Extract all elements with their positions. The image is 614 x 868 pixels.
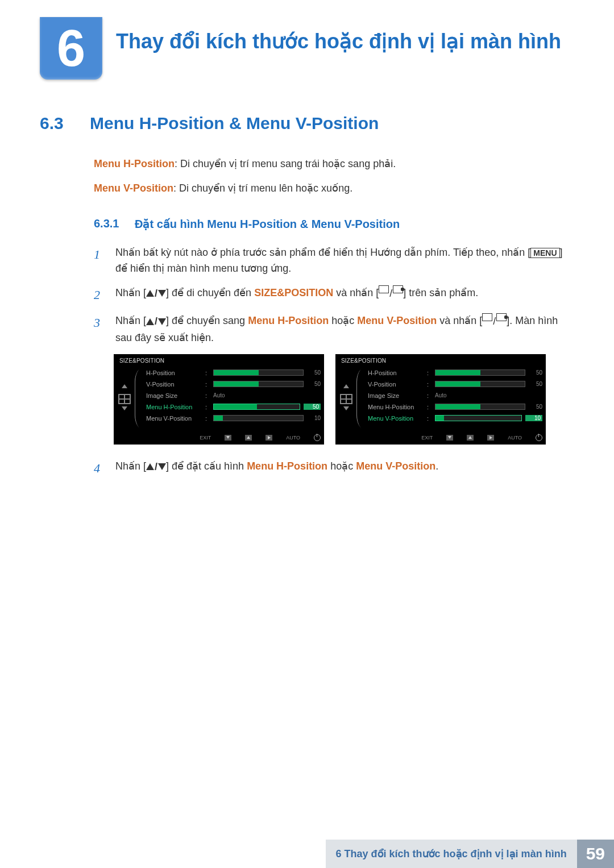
power-icon [536, 434, 542, 441]
arrow-up-icon [122, 384, 127, 388]
osd-item-menu-vposition: Menu V-Position: 10 [146, 413, 321, 424]
osd-value: 10 [525, 415, 542, 421]
osd-nav-bar: EXIT AUTO [117, 434, 321, 442]
osd-panel-2: SIZE&POSITION H-Position: 50 V-Position: [335, 354, 546, 445]
step4-b: ] để đặt cấu hình [166, 460, 247, 472]
chapter-number-badge: 6 [40, 17, 102, 80]
grid-icon [340, 394, 352, 404]
section-number: 6.3 [40, 114, 74, 133]
step3-c: hoặc [329, 315, 357, 326]
osd-item-vposition: V-Position: 50 [368, 379, 542, 390]
osd-value: Auto [435, 392, 447, 398]
osd-nav-down [225, 435, 231, 442]
osd-nav-up [245, 435, 252, 442]
osd-screenshots: SIZE&POSITION H-Position: 50 V-Position: [114, 354, 574, 445]
osd-item-vposition: V-Position: 50 [146, 379, 321, 390]
osd-value: 50 [307, 381, 321, 387]
step-1: 1 Nhấn bất kỳ nút nào ở phía trước sản p… [94, 244, 574, 277]
osd-value: 50 [529, 404, 542, 410]
step4-d: . [435, 460, 438, 472]
osd-nav-power [314, 434, 321, 442]
description-h-position: Menu H-Position: Di chuyển vị trí menu s… [94, 156, 574, 172]
osd-nav-exit: EXIT [200, 435, 211, 442]
up-down-icon: / [146, 459, 166, 475]
step4-hl1: Menu H-Position [247, 460, 327, 472]
step3-b: ] để chuyển sang [166, 315, 248, 326]
subsection-number: 6.3.1 [94, 217, 125, 231]
step2-b: ] để di chuyển đến [166, 287, 254, 298]
step3-hl1: Menu H-Position [248, 315, 329, 326]
osd-nav-exit: EXIT [421, 435, 433, 442]
menu-key-icon: MENU [530, 248, 559, 258]
osd-side-icons [117, 367, 132, 430]
osd-item-menu-hposition: Menu H-Position: 50 [368, 401, 542, 413]
desc-v-text: : Di chuyển vị trí menu lên hoặc xuống. [173, 182, 352, 194]
osd-nav-right [487, 435, 494, 442]
osd-curve-icon [134, 367, 144, 430]
step-3-text: Nhấn [/] để chuyển sang Menu H-Position … [115, 313, 574, 346]
desc-h-label: Menu H-Position [94, 158, 175, 169]
enter-icon: / [482, 313, 507, 330]
subsection-heading: 6.3.1 Đặt cấu hình Menu H-Position & Men… [94, 217, 574, 231]
step2-c: và nhấn [ [333, 287, 379, 298]
osd-label: Image Size [368, 392, 424, 399]
step-number: 3 [94, 313, 104, 333]
nav-auto-label: AUTO [286, 435, 300, 441]
osd-value: 10 [307, 415, 321, 421]
arrow-down-icon [343, 406, 349, 410]
section-title: Menu H-Position & Menu V-Position [90, 114, 379, 133]
nav-auto-label: AUTO [508, 435, 522, 441]
step4-c: hoặc [327, 460, 356, 472]
osd-label: Menu V-Position [368, 415, 424, 422]
osd-item-imagesize: Image Size: Auto [368, 390, 542, 401]
osd-item-menu-vposition-active: Menu V-Position: 10 [368, 413, 542, 424]
osd-value: 50 [529, 369, 542, 376]
step3-hl2: Menu V-Position [357, 315, 437, 326]
osd-value: 50 [529, 381, 542, 387]
step4-hl2: Menu V-Position [356, 460, 435, 472]
power-icon [314, 434, 321, 441]
osd-label: H-Position [368, 369, 424, 376]
nav-exit-label: EXIT [200, 435, 211, 441]
osd-label: Menu V-Position [146, 415, 202, 422]
osd-label: H-Position [146, 369, 202, 376]
chapter-header: 6 Thay đổi kích thước hoặc định vị lại m… [40, 17, 574, 80]
osd-nav-right [265, 435, 272, 442]
page-footer: 6 Thay đổi kích thước hoặc định vị lại m… [0, 840, 614, 868]
osd-label: Menu H-Position [146, 404, 202, 410]
osd1-list: H-Position: 50 V-Position: 50 Image Size… [146, 367, 321, 430]
osd2-list: H-Position: 50 V-Position: 50 Image Size… [368, 367, 542, 430]
osd-label: Image Size [146, 392, 202, 399]
osd-nav-power [536, 434, 542, 442]
desc-h-text: : Di chuyển vị trí menu sang trái hoặc s… [175, 158, 396, 169]
step2-a: Nhấn [ [115, 287, 146, 298]
up-down-icon: / [146, 285, 166, 302]
osd-nav-auto: AUTO [508, 435, 522, 442]
osd-panel-1: SIZE&POSITION H-Position: 50 V-Position: [114, 354, 324, 445]
step-number: 2 [94, 285, 104, 305]
step1-part-a: Nhấn bất kỳ nút nào ở phía trước sản phẩ… [115, 247, 530, 258]
step-number: 1 [94, 244, 104, 264]
osd-nav-down [446, 435, 453, 442]
osd-item-imagesize: Image Size: Auto [146, 390, 321, 401]
osd-item-hposition: H-Position: 50 [146, 367, 321, 379]
osd-value: 50 [307, 369, 321, 376]
footer-page-number: 59 [577, 840, 614, 868]
section-heading: 6.3 Menu H-Position & Menu V-Position [40, 114, 574, 133]
osd-curve-icon [356, 367, 366, 430]
step2-d: ] trên sản phẩm. [403, 287, 478, 298]
step-1-text: Nhấn bất kỳ nút nào ở phía trước sản phẩ… [115, 244, 574, 277]
chapter-title: Thay đổi kích thước hoặc định vị lại màn… [116, 28, 561, 54]
subsection-title: Đặt cấu hình Menu H-Position & Menu V-Po… [135, 217, 400, 231]
step-2: 2 Nhấn [/] để di chuyển đến SIZE&POSITIO… [94, 285, 574, 305]
osd-nav-bar: EXIT AUTO [339, 434, 542, 442]
up-down-icon: / [146, 313, 166, 330]
arrow-up-icon [343, 384, 349, 388]
grid-icon [118, 394, 131, 404]
step3-d: và nhấn [ [437, 315, 482, 326]
osd-item-menu-hposition-active: Menu H-Position: 50 [146, 401, 321, 413]
footer-chapter-ref: 6 Thay đổi kích thước hoặc định vị lại m… [326, 840, 577, 868]
step4-a: Nhấn [ [115, 460, 146, 472]
step-4-text: Nhấn [/] để đặt cấu hình Menu H-Position… [115, 458, 438, 475]
osd-item-hposition: H-Position: 50 [368, 367, 542, 379]
